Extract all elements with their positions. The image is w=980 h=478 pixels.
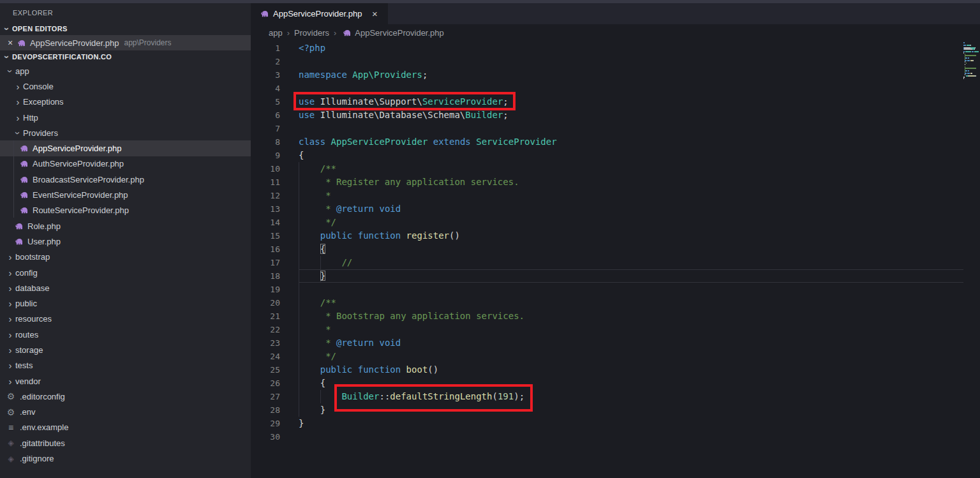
tree-file-routeserviceprovider-php[interactable]: RouteServiceProvider.php xyxy=(0,203,251,218)
line-number: 11 xyxy=(251,176,280,189)
line-number: 16 xyxy=(251,243,280,256)
tree-item-label: AuthServiceProvider.php xyxy=(33,159,124,168)
code-line-3[interactable]: 3namespace App\Providers; xyxy=(251,68,980,82)
tree-file-authserviceprovider-php[interactable]: AuthServiceProvider.php xyxy=(0,156,251,172)
chevron-right-icon: › xyxy=(13,97,23,107)
code-line-19[interactable]: 19 xyxy=(251,283,980,296)
tree-file--gitignore[interactable]: ◈.gitignore xyxy=(0,451,251,466)
breadcrumb-item-providers[interactable]: Providers xyxy=(294,28,329,38)
code-line-11[interactable]: 11 * Register any application services. xyxy=(251,176,980,189)
code-line-10[interactable]: 10 /** xyxy=(251,162,980,176)
tree-file-appserviceprovider-php[interactable]: AppServiceProvider.php xyxy=(0,140,251,156)
red-annotation-box: use Illuminate\Support\ServiceProvider; xyxy=(299,95,509,108)
tree-item-label: storage xyxy=(15,345,43,355)
code-line-22[interactable]: 22 * xyxy=(251,323,980,336)
chevron-right-icon: › xyxy=(5,377,15,386)
code-line-25[interactable]: 25 public function boot() xyxy=(251,363,980,377)
code-line-text: } xyxy=(299,403,963,417)
tree-item-label: tests xyxy=(15,361,33,370)
code-editor[interactable]: 1<?php23namespace App\Providers;45use Il… xyxy=(251,41,980,478)
tree-folder-vendor[interactable]: ›vendor xyxy=(0,373,251,389)
line-number: 8 xyxy=(251,135,280,149)
code-line-29[interactable]: 29} xyxy=(251,417,980,430)
tree-file-eventserviceprovider-php[interactable]: EventServiceProvider.php xyxy=(0,187,251,202)
tree-folder-routes[interactable]: ›routes xyxy=(0,327,251,342)
project-section-header[interactable]: › DEVOPSCERTIFICATION.CO xyxy=(0,50,251,63)
code-line-16[interactable]: 16 { xyxy=(251,243,980,256)
tree-folder-exceptions[interactable]: ›Exceptions xyxy=(0,94,251,110)
code-line-5[interactable]: 5use Illuminate\Support\ServiceProvider; xyxy=(251,95,980,108)
tree-file-broadcastserviceprovider-php[interactable]: BroadcastServiceProvider.php xyxy=(0,172,251,187)
tree-file--editorconfig[interactable]: ⚙.editorconfig xyxy=(0,389,251,404)
code-line-24[interactable]: 24 */ xyxy=(251,350,980,363)
tree-item-label: .editorconfig xyxy=(20,392,65,401)
tree-item-label: Console xyxy=(23,82,54,91)
tree-folder-http[interactable]: ›Http xyxy=(0,110,251,125)
tree-file-user-php[interactable]: User.php xyxy=(0,234,251,249)
tree-file-role-php[interactable]: Role.php xyxy=(0,218,251,234)
tree-file--env-example[interactable]: ≡.env.example xyxy=(0,420,251,435)
minimap-line xyxy=(963,79,980,80)
tree-folder-database[interactable]: ›database xyxy=(0,280,251,295)
open-editor-item[interactable]: × AppServiceProvider.php app\Providers xyxy=(0,35,251,50)
code-line-text: public function boot() xyxy=(299,363,963,377)
tree-item-label: EventServiceProvider.php xyxy=(33,190,128,200)
git-icon: ◈ xyxy=(5,454,17,464)
code-line-15[interactable]: 15 public function register() xyxy=(251,229,980,243)
php-icon xyxy=(18,159,29,169)
line-number: 13 xyxy=(251,202,280,216)
tree-folder-app[interactable]: ›app xyxy=(0,63,251,78)
code-line-4[interactable]: 4 xyxy=(251,82,980,95)
code-line-28[interactable]: 28 } xyxy=(251,403,980,417)
code-line-6[interactable]: 6use Illuminate\Database\Schema\Builder; xyxy=(251,108,980,122)
code-line-text xyxy=(299,283,963,296)
code-line-9[interactable]: 9{ xyxy=(251,149,980,162)
tree-folder-config[interactable]: ›config xyxy=(0,265,251,280)
code-line-text: use Illuminate\Support\ServiceProvider; xyxy=(299,95,963,108)
tree-file--gitattributes[interactable]: ◈.gitattributes xyxy=(0,435,251,451)
code-line-30[interactable]: 30 xyxy=(251,430,980,444)
tree-folder-resources[interactable]: ›resources xyxy=(0,311,251,327)
chevron-right-icon: › xyxy=(5,283,15,293)
tree-folder-tests[interactable]: ›tests xyxy=(0,358,251,373)
code-line-14[interactable]: 14 */ xyxy=(251,216,980,229)
code-line-27[interactable]: 27 Builder::defaultStringLength(191); xyxy=(251,390,980,403)
code-line-text: */ xyxy=(299,216,963,229)
tree-folder-public[interactable]: ›public xyxy=(0,295,251,311)
tree-item-label: Providers xyxy=(23,128,58,138)
code-line-26[interactable]: 26 { xyxy=(251,377,980,390)
code-line-13[interactable]: 13 * @return void xyxy=(251,202,980,216)
code-line-18[interactable]: 18 } xyxy=(251,269,980,283)
close-icon[interactable]: × xyxy=(5,38,15,48)
tab-appserviceprovider[interactable]: AppServiceProvider.php × xyxy=(251,3,388,24)
breadcrumb-item-file[interactable]: AppServiceProvider.php xyxy=(355,28,443,38)
php-icon xyxy=(18,144,29,154)
open-editor-filename: AppServiceProvider.php xyxy=(30,38,119,48)
tree-folder-bootstrap[interactable]: ›bootstrap xyxy=(0,250,251,265)
tab-close-icon[interactable]: × xyxy=(369,8,380,19)
tree-item-label: public xyxy=(15,299,37,308)
code-line-1[interactable]: 1<?php xyxy=(251,41,980,55)
tree-folder-console[interactable]: ›Console xyxy=(0,78,251,94)
minimap[interactable] xyxy=(963,42,980,478)
open-editors-header[interactable]: › OPEN EDITORS xyxy=(0,22,251,35)
line-number: 20 xyxy=(251,296,280,310)
breadcrumb-item-app[interactable]: app xyxy=(269,28,283,38)
code-line-8[interactable]: 8class AppServiceProvider extends Servic… xyxy=(251,135,980,149)
chevron-right-icon: › xyxy=(5,252,15,262)
breadcrumb-separator-icon: › xyxy=(287,28,290,38)
code-line-21[interactable]: 21 * Bootstrap any application services. xyxy=(251,310,980,323)
code-line-7[interactable]: 7 xyxy=(251,122,980,135)
tree-folder-providers[interactable]: ›Providers xyxy=(0,125,251,140)
code-line-12[interactable]: 12 * xyxy=(251,189,980,202)
code-line-17[interactable]: 17 // xyxy=(251,256,980,269)
project-name-label: DEVOPSCERTIFICATION.CO xyxy=(12,53,112,61)
tree-folder-storage[interactable]: ›storage xyxy=(0,342,251,357)
code-line-20[interactable]: 20 /** xyxy=(251,296,980,310)
explorer-title: EXPLORER xyxy=(0,3,251,22)
tree-item-label: routes xyxy=(15,330,38,340)
chevron-right-icon: › xyxy=(5,330,15,340)
tree-file--env[interactable]: ⚙.env xyxy=(0,405,251,420)
code-line-23[interactable]: 23 * @return void xyxy=(251,336,980,350)
code-line-2[interactable]: 2 xyxy=(251,55,980,68)
